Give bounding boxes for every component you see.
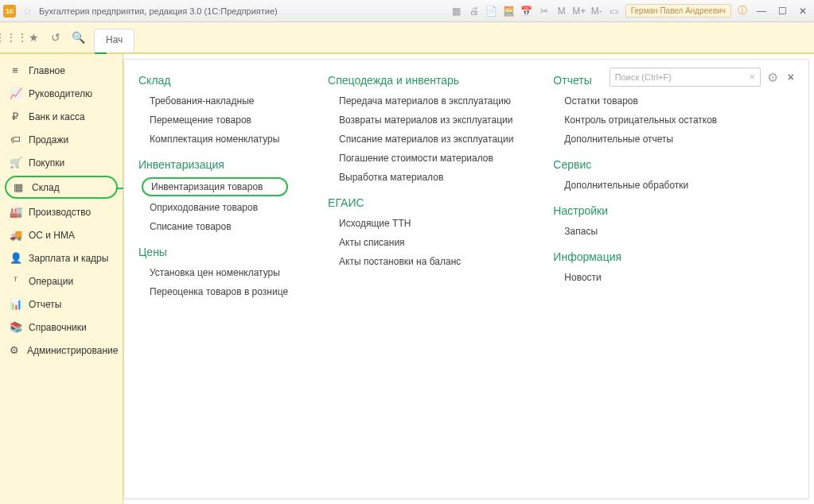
titlebar: 1c ☆ Бухгалтерия предприятия, редакция 3… xyxy=(0,0,814,22)
search-placeholder: Поиск (Ctrl+F) xyxy=(615,72,672,82)
calendar-icon[interactable]: 📅 xyxy=(520,5,533,17)
sidebar-item-0[interactable]: ≡Главное xyxy=(0,59,123,82)
maximize-button[interactable]: ☐ xyxy=(774,4,790,18)
section-title[interactable]: Информация xyxy=(553,250,717,263)
menu-link[interactable]: Оприходование товаров xyxy=(138,200,288,215)
panel-tools: Поиск (Ctrl+F) × ⚙ × xyxy=(610,68,797,87)
history-icon[interactable]: ↺ xyxy=(45,22,67,52)
window-title: Бухгалтерия предприятия, редакция 3.0 (1… xyxy=(39,6,446,16)
main: ≡Главное📈Руководителю₽Банк и касса🏷Прода… xyxy=(0,54,814,504)
section-title[interactable]: Настройки xyxy=(553,204,717,217)
app-icon: 1c xyxy=(3,5,16,17)
menu-link[interactable]: Списание товаров xyxy=(138,219,288,235)
sidebar-item-1[interactable]: 📈Руководителю xyxy=(0,82,123,105)
menu-link[interactable]: Передача материалов в эксплуатацию xyxy=(328,93,513,109)
menu-link[interactable]: Дополнительные обработки xyxy=(553,177,717,193)
section-title[interactable]: Сервис xyxy=(553,158,717,171)
gear-icon[interactable]: ⚙ xyxy=(767,70,778,85)
sidebar-label: Банк и касса xyxy=(29,111,85,122)
menu-link[interactable]: Списание материалов из эксплуатации xyxy=(328,131,513,147)
user-badge[interactable]: Герман Павел Андреевич xyxy=(625,4,731,17)
sidebar-item-7[interactable]: 🚚ОС и НМА xyxy=(0,223,123,246)
column-1: Спецодежда и инвентарьПередача материало… xyxy=(328,74,513,300)
info-icon[interactable]: ⓘ xyxy=(736,5,749,17)
apps-icon[interactable]: ⋮⋮⋮ xyxy=(0,22,22,52)
titlebar-tools: ▦ 🖨 📄 🧮 📅 ✂ M M+ M- ▭ Герман Павел Андре… xyxy=(450,4,811,18)
document-icon[interactable]: 📄 xyxy=(485,5,498,17)
sidebar-item-3[interactable]: 🏷Продажи xyxy=(0,128,123,151)
menu-link[interactable]: Дополнительные отчеты xyxy=(553,131,717,147)
sidebar-item-11[interactable]: 📚Справочники xyxy=(0,316,123,339)
sidebar-icon: ▦ xyxy=(13,181,24,193)
menu-link[interactable]: Новости xyxy=(553,269,717,285)
menu-link[interactable]: Комплектация номенклатуры xyxy=(138,131,288,147)
sidebar-item-5[interactable]: ▦Склад xyxy=(5,176,118,199)
sidebar-icon: ₽ xyxy=(10,110,21,122)
sidebar-label: ОС и НМА xyxy=(29,230,75,241)
search-icon[interactable]: 🔍 xyxy=(67,22,89,52)
clear-icon[interactable]: × xyxy=(750,72,755,83)
start-tab[interactable]: Нач xyxy=(94,29,134,52)
sidebar-item-9[interactable]: ᵀОперации xyxy=(0,269,123,293)
sidebar-item-2[interactable]: ₽Банк и касса xyxy=(0,105,123,128)
menu-link[interactable]: Переоценка товаров в рознице xyxy=(138,284,288,300)
sidebar-label: Покупки xyxy=(29,157,64,169)
bookmark-icon[interactable]: ☆ xyxy=(22,5,33,17)
close-window-button[interactable]: ✕ xyxy=(795,4,811,18)
menu-link[interactable]: Контроль отрицательных остатков xyxy=(553,112,717,128)
sidebar-icon: 🏭 xyxy=(10,206,21,218)
section-title[interactable]: Склад xyxy=(138,74,288,87)
menu-link[interactable]: Акты списания xyxy=(328,235,513,250)
m-plus-label[interactable]: M+ xyxy=(573,5,586,17)
sidebar-item-10[interactable]: 📊Отчеты xyxy=(0,293,123,316)
sidebar-label: Главное xyxy=(29,65,65,76)
sidebar-label: Зарплата и кадры xyxy=(29,253,108,264)
sidebar-icon: ᵀ xyxy=(10,275,21,287)
m-minus-label[interactable]: M- xyxy=(590,5,603,17)
menu-link[interactable]: Запасы xyxy=(553,223,717,239)
sidebar-icon: 📊 xyxy=(10,298,21,310)
sidebar-icon: 📈 xyxy=(10,87,21,99)
content-panel: Поиск (Ctrl+F) × ⚙ × СкладТребования-нак… xyxy=(123,59,809,499)
menu-link[interactable]: Инвентаризация товаров xyxy=(142,177,288,196)
section-title[interactable]: Спецодежда и инвентарь xyxy=(328,74,513,87)
menu-link[interactable]: Погашение стоимости материалов xyxy=(328,150,513,166)
menu-link[interactable]: Перемещение товаров xyxy=(138,112,288,128)
section-title[interactable]: Цены xyxy=(138,246,288,258)
menu-link[interactable]: Исходящие ТТН xyxy=(328,215,513,231)
menu-link[interactable]: Выработка материалов xyxy=(328,169,513,185)
cut-icon[interactable]: ✂ xyxy=(538,5,551,17)
menu-link[interactable]: Требования-накладные xyxy=(138,93,288,109)
sidebar-item-8[interactable]: 👤Зарплата и кадры xyxy=(0,246,123,269)
print-icon[interactable]: 🖨 xyxy=(468,5,481,17)
sidebar-item-12[interactable]: ⚙Администрирование xyxy=(0,339,123,362)
menu-link[interactable]: Акты постановки на баланс xyxy=(328,254,513,269)
sidebar-label: Склад xyxy=(32,182,60,193)
search-input[interactable]: Поиск (Ctrl+F) × xyxy=(610,68,761,87)
column-0: СкладТребования-накладныеПеремещение тов… xyxy=(138,74,288,300)
sidebar-icon: 🚚 xyxy=(10,229,21,241)
minimize-button[interactable]: — xyxy=(754,4,769,18)
favorite-icon[interactable]: ★ xyxy=(22,22,45,52)
menu-link[interactable]: Возвраты материалов из эксплуатации xyxy=(328,112,513,128)
calculator-icon[interactable]: 🧮 xyxy=(503,5,516,17)
sidebar-item-4[interactable]: 🛒Покупки xyxy=(0,151,123,174)
m-label[interactable]: M xyxy=(555,5,568,17)
sidebar-icon: 🏷 xyxy=(10,134,21,145)
sidebar: ≡Главное📈Руководителю₽Банк и касса🏷Прода… xyxy=(0,54,123,504)
menu-link[interactable]: Установка цен номенклатуры xyxy=(138,265,288,281)
grid-icon[interactable]: ▦ xyxy=(450,5,463,17)
sidebar-label: Отчеты xyxy=(29,299,61,310)
menu-link[interactable]: Остатки товаров xyxy=(553,93,717,109)
sidebar-label: Руководителю xyxy=(29,88,92,99)
section-title[interactable]: ЕГАИС xyxy=(328,196,513,209)
sidebar-label: Операции xyxy=(29,276,73,287)
sidebar-label: Справочники xyxy=(29,322,87,333)
sidebar-icon: 👤 xyxy=(10,252,21,264)
sidebar-item-6[interactable]: 🏭Производство xyxy=(0,200,123,223)
close-panel-button[interactable]: × xyxy=(785,71,797,83)
sidebar-label: Производство xyxy=(29,207,91,218)
sidebar-icon: 🛒 xyxy=(10,157,21,169)
section-title[interactable]: Инвентаризация xyxy=(138,158,288,171)
box-icon[interactable]: ▭ xyxy=(608,5,621,17)
